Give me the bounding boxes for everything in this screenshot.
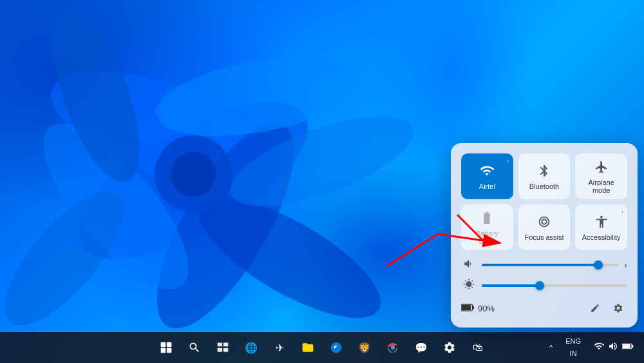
eng-text: ENG: [565, 337, 581, 346]
svg-rect-19: [218, 343, 223, 347]
volume-thumb[interactable]: [594, 260, 603, 270]
chrome-button[interactable]: [380, 335, 406, 360]
brightness-track[interactable]: [482, 284, 627, 287]
battery-saver-icon: [480, 211, 494, 227]
settings-button[interactable]: [609, 299, 627, 317]
bluetooth-label: Bluetooth: [529, 182, 559, 190]
taskbar-center: 🌐 ✈ 🦁: [153, 335, 491, 360]
airplane-icon: [594, 160, 609, 176]
quick-settings-grid: › Airtel Bluetooth: [461, 153, 627, 250]
wifi-chevron[interactable]: ›: [507, 157, 509, 164]
volume-chevron[interactable]: ›: [624, 260, 627, 270]
volume-icon: [461, 258, 477, 272]
svg-rect-15: [161, 342, 166, 348]
svg-rect-17: [161, 348, 166, 353]
focus-assist-icon: [537, 215, 551, 231]
svg-rect-14: [462, 304, 471, 309]
svg-rect-26: [623, 344, 630, 348]
task-view-button[interactable]: [210, 335, 236, 360]
svg-rect-13: [473, 306, 475, 309]
store-button[interactable]: 🛍: [465, 335, 491, 360]
volume-slider-row: ›: [461, 258, 627, 272]
brightness-thumb[interactable]: [535, 281, 544, 290]
widgets-button[interactable]: 🌐: [238, 335, 264, 360]
battery-percent: 90%: [478, 304, 495, 313]
focus-assist-tile[interactable]: Focus assist: [518, 204, 571, 250]
taskbar-right: ^ ENG IN: [544, 335, 639, 360]
taskbar: 🌐 ✈ 🦁: [0, 332, 644, 363]
edit-button[interactable]: [586, 299, 604, 317]
wifi-tile[interactable]: › Airtel: [461, 153, 513, 199]
quick-settings-panel: › Airtel Bluetooth: [451, 143, 638, 328]
system-tray[interactable]: [589, 338, 639, 357]
tray-overflow-button[interactable]: ^: [544, 341, 558, 354]
desktop: › Airtel Bluetooth: [0, 0, 644, 363]
battery-tray-icon: [622, 342, 634, 353]
settings-button[interactable]: [437, 335, 462, 360]
brightness-icon: [461, 279, 477, 293]
wifi-tray-icon: [594, 341, 604, 354]
focus-assist-label: Focus assist: [524, 233, 564, 241]
start-button[interactable]: [153, 335, 179, 360]
battery-actions: [586, 299, 627, 317]
language-indicator[interactable]: ENG IN: [560, 335, 586, 360]
accessibility-icon: [594, 215, 609, 231]
files-button[interactable]: [295, 335, 321, 360]
svg-point-10: [171, 152, 216, 197]
accessibility-label: Accessibility: [582, 233, 621, 241]
edge-button[interactable]: [323, 335, 349, 360]
in-text: IN: [570, 349, 577, 358]
svg-rect-16: [167, 342, 172, 348]
battery-row: 90%: [461, 299, 627, 317]
volume-tray-icon: [608, 341, 618, 354]
bluetooth-tile[interactable]: Bluetooth: [518, 153, 571, 199]
wifi-label: Airtel: [479, 182, 495, 190]
telegram-button[interactable]: ✈: [267, 335, 292, 360]
bluetooth-icon: [537, 164, 551, 180]
volume-fill: [482, 264, 598, 266]
accessibility-tile[interactable]: › Accessibility: [575, 204, 627, 250]
whatsapp-button[interactable]: 💬: [408, 335, 434, 360]
svg-rect-22: [223, 348, 229, 352]
search-button[interactable]: [182, 335, 207, 360]
airplane-tile[interactable]: Airplane mode: [575, 153, 627, 199]
brave-button[interactable]: 🦁: [352, 335, 377, 360]
airplane-label: Airplane mode: [580, 179, 622, 194]
svg-rect-20: [223, 343, 229, 347]
accessibility-chevron[interactable]: ›: [621, 208, 623, 215]
brightness-fill: [482, 284, 540, 287]
battery-saver-label: Battery saver: [466, 230, 508, 245]
battery-icon: [461, 303, 474, 314]
volume-track[interactable]: [482, 264, 619, 266]
battery-saver-tile[interactable]: Battery saver: [461, 204, 513, 250]
svg-rect-18: [167, 348, 172, 353]
brightness-slider-row: [461, 279, 627, 293]
battery-info: 90%: [461, 303, 495, 314]
wifi-icon: [480, 164, 494, 180]
svg-point-23: [391, 346, 395, 350]
svg-rect-21: [218, 348, 223, 352]
svg-rect-25: [632, 345, 633, 348]
